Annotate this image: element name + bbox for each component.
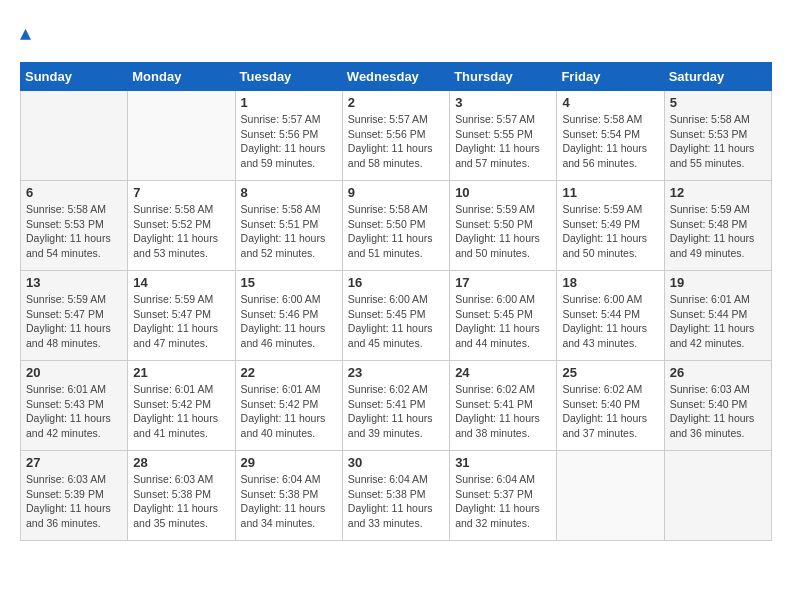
day-info: Sunrise: 6:02 AM Sunset: 5:41 PM Dayligh…	[348, 382, 444, 441]
day-info: Sunrise: 5:58 AM Sunset: 5:51 PM Dayligh…	[241, 202, 337, 261]
day-number: 21	[133, 365, 229, 380]
day-info: Sunrise: 6:00 AM Sunset: 5:46 PM Dayligh…	[241, 292, 337, 351]
day-info: Sunrise: 6:01 AM Sunset: 5:42 PM Dayligh…	[241, 382, 337, 441]
day-number: 20	[26, 365, 122, 380]
day-info: Sunrise: 5:58 AM Sunset: 5:53 PM Dayligh…	[26, 202, 122, 261]
day-number: 27	[26, 455, 122, 470]
day-header-monday: Monday	[128, 63, 235, 91]
day-number: 26	[670, 365, 766, 380]
day-header-friday: Friday	[557, 63, 664, 91]
day-number: 19	[670, 275, 766, 290]
day-header-saturday: Saturday	[664, 63, 771, 91]
logo-bird-icon: ▴	[20, 20, 31, 45]
calendar-cell: 26Sunrise: 6:03 AM Sunset: 5:40 PM Dayli…	[664, 361, 771, 451]
day-info: Sunrise: 6:03 AM Sunset: 5:39 PM Dayligh…	[26, 472, 122, 531]
day-number: 10	[455, 185, 551, 200]
calendar-week-row: 1Sunrise: 5:57 AM Sunset: 5:56 PM Daylig…	[21, 91, 772, 181]
calendar-cell: 14Sunrise: 5:59 AM Sunset: 5:47 PM Dayli…	[128, 271, 235, 361]
day-number: 24	[455, 365, 551, 380]
calendar-cell: 25Sunrise: 6:02 AM Sunset: 5:40 PM Dayli…	[557, 361, 664, 451]
day-info: Sunrise: 6:04 AM Sunset: 5:38 PM Dayligh…	[241, 472, 337, 531]
calendar-cell: 10Sunrise: 5:59 AM Sunset: 5:50 PM Dayli…	[450, 181, 557, 271]
day-number: 3	[455, 95, 551, 110]
calendar-cell	[664, 451, 771, 541]
day-number: 28	[133, 455, 229, 470]
day-info: Sunrise: 5:57 AM Sunset: 5:56 PM Dayligh…	[241, 112, 337, 171]
day-info: Sunrise: 6:00 AM Sunset: 5:44 PM Dayligh…	[562, 292, 658, 351]
calendar-cell: 28Sunrise: 6:03 AM Sunset: 5:38 PM Dayli…	[128, 451, 235, 541]
calendar-cell: 17Sunrise: 6:00 AM Sunset: 5:45 PM Dayli…	[450, 271, 557, 361]
calendar-cell: 22Sunrise: 6:01 AM Sunset: 5:42 PM Dayli…	[235, 361, 342, 451]
calendar-cell: 4Sunrise: 5:58 AM Sunset: 5:54 PM Daylig…	[557, 91, 664, 181]
day-info: Sunrise: 5:59 AM Sunset: 5:47 PM Dayligh…	[26, 292, 122, 351]
day-number: 23	[348, 365, 444, 380]
calendar-cell: 3Sunrise: 5:57 AM Sunset: 5:55 PM Daylig…	[450, 91, 557, 181]
day-number: 25	[562, 365, 658, 380]
calendar-table: SundayMondayTuesdayWednesdayThursdayFrid…	[20, 62, 772, 541]
calendar-cell: 19Sunrise: 6:01 AM Sunset: 5:44 PM Dayli…	[664, 271, 771, 361]
calendar-cell	[557, 451, 664, 541]
day-header-thursday: Thursday	[450, 63, 557, 91]
calendar-cell	[128, 91, 235, 181]
day-number: 7	[133, 185, 229, 200]
day-info: Sunrise: 6:02 AM Sunset: 5:40 PM Dayligh…	[562, 382, 658, 441]
calendar-header-row: SundayMondayTuesdayWednesdayThursdayFrid…	[21, 63, 772, 91]
calendar-cell	[21, 91, 128, 181]
day-info: Sunrise: 5:57 AM Sunset: 5:56 PM Dayligh…	[348, 112, 444, 171]
day-number: 5	[670, 95, 766, 110]
calendar-cell: 12Sunrise: 5:59 AM Sunset: 5:48 PM Dayli…	[664, 181, 771, 271]
day-info: Sunrise: 6:00 AM Sunset: 5:45 PM Dayligh…	[455, 292, 551, 351]
day-number: 18	[562, 275, 658, 290]
logo: ▴	[20, 20, 31, 46]
calendar-cell: 11Sunrise: 5:59 AM Sunset: 5:49 PM Dayli…	[557, 181, 664, 271]
day-number: 6	[26, 185, 122, 200]
day-number: 11	[562, 185, 658, 200]
calendar-cell: 31Sunrise: 6:04 AM Sunset: 5:37 PM Dayli…	[450, 451, 557, 541]
day-number: 13	[26, 275, 122, 290]
calendar-cell: 15Sunrise: 6:00 AM Sunset: 5:46 PM Dayli…	[235, 271, 342, 361]
calendar-cell: 16Sunrise: 6:00 AM Sunset: 5:45 PM Dayli…	[342, 271, 449, 361]
day-number: 16	[348, 275, 444, 290]
calendar-cell: 9Sunrise: 5:58 AM Sunset: 5:50 PM Daylig…	[342, 181, 449, 271]
day-info: Sunrise: 5:58 AM Sunset: 5:54 PM Dayligh…	[562, 112, 658, 171]
page-header: ▴	[20, 20, 772, 46]
calendar-cell: 23Sunrise: 6:02 AM Sunset: 5:41 PM Dayli…	[342, 361, 449, 451]
day-info: Sunrise: 6:04 AM Sunset: 5:37 PM Dayligh…	[455, 472, 551, 531]
day-number: 4	[562, 95, 658, 110]
day-info: Sunrise: 5:59 AM Sunset: 5:48 PM Dayligh…	[670, 202, 766, 261]
calendar-cell: 13Sunrise: 5:59 AM Sunset: 5:47 PM Dayli…	[21, 271, 128, 361]
calendar-cell: 5Sunrise: 5:58 AM Sunset: 5:53 PM Daylig…	[664, 91, 771, 181]
day-info: Sunrise: 6:03 AM Sunset: 5:38 PM Dayligh…	[133, 472, 229, 531]
day-info: Sunrise: 6:01 AM Sunset: 5:43 PM Dayligh…	[26, 382, 122, 441]
day-number: 15	[241, 275, 337, 290]
day-number: 22	[241, 365, 337, 380]
day-number: 31	[455, 455, 551, 470]
day-number: 29	[241, 455, 337, 470]
day-number: 17	[455, 275, 551, 290]
day-header-tuesday: Tuesday	[235, 63, 342, 91]
day-info: Sunrise: 5:59 AM Sunset: 5:50 PM Dayligh…	[455, 202, 551, 261]
day-info: Sunrise: 6:02 AM Sunset: 5:41 PM Dayligh…	[455, 382, 551, 441]
calendar-cell: 7Sunrise: 5:58 AM Sunset: 5:52 PM Daylig…	[128, 181, 235, 271]
day-info: Sunrise: 6:01 AM Sunset: 5:42 PM Dayligh…	[133, 382, 229, 441]
calendar-body: 1Sunrise: 5:57 AM Sunset: 5:56 PM Daylig…	[21, 91, 772, 541]
day-info: Sunrise: 5:58 AM Sunset: 5:50 PM Dayligh…	[348, 202, 444, 261]
day-info: Sunrise: 6:01 AM Sunset: 5:44 PM Dayligh…	[670, 292, 766, 351]
day-number: 30	[348, 455, 444, 470]
day-info: Sunrise: 5:57 AM Sunset: 5:55 PM Dayligh…	[455, 112, 551, 171]
calendar-cell: 24Sunrise: 6:02 AM Sunset: 5:41 PM Dayli…	[450, 361, 557, 451]
day-number: 9	[348, 185, 444, 200]
calendar-cell: 18Sunrise: 6:00 AM Sunset: 5:44 PM Dayli…	[557, 271, 664, 361]
calendar-cell: 1Sunrise: 5:57 AM Sunset: 5:56 PM Daylig…	[235, 91, 342, 181]
day-header-sunday: Sunday	[21, 63, 128, 91]
calendar-week-row: 27Sunrise: 6:03 AM Sunset: 5:39 PM Dayli…	[21, 451, 772, 541]
day-number: 1	[241, 95, 337, 110]
day-info: Sunrise: 6:04 AM Sunset: 5:38 PM Dayligh…	[348, 472, 444, 531]
calendar-week-row: 20Sunrise: 6:01 AM Sunset: 5:43 PM Dayli…	[21, 361, 772, 451]
calendar-cell: 8Sunrise: 5:58 AM Sunset: 5:51 PM Daylig…	[235, 181, 342, 271]
day-number: 8	[241, 185, 337, 200]
day-info: Sunrise: 6:00 AM Sunset: 5:45 PM Dayligh…	[348, 292, 444, 351]
day-info: Sunrise: 5:59 AM Sunset: 5:47 PM Dayligh…	[133, 292, 229, 351]
calendar-week-row: 13Sunrise: 5:59 AM Sunset: 5:47 PM Dayli…	[21, 271, 772, 361]
day-number: 12	[670, 185, 766, 200]
